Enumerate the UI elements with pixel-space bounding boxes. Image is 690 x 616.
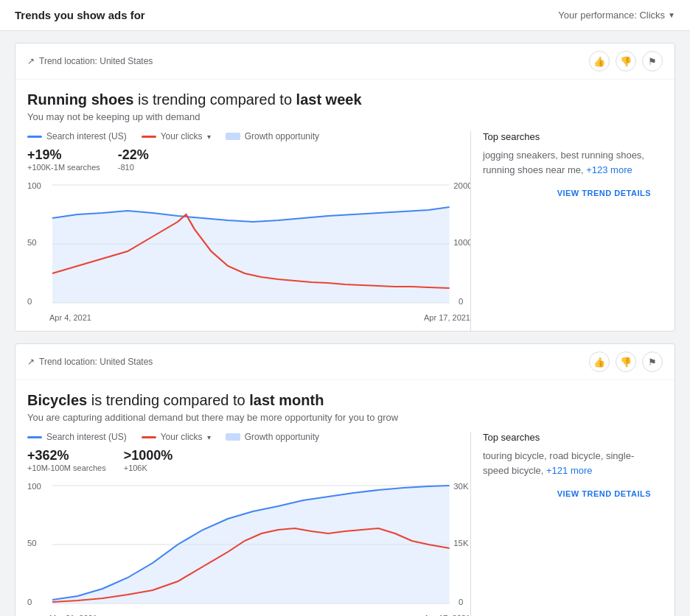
trend-subtitle-running-shoes: You may not be keeping up with demand [27,111,663,122]
performance-selector[interactable]: Your performance: Clicks ▼ [558,10,675,21]
thumbs-up-icon-2[interactable]: 👍 [589,351,610,372]
chart-legend-running-shoes: Search interest (US) Your clicks ▾ Growt… [27,131,470,141]
trend-title-running-shoes: Running shoes is trending compared to la… [27,91,663,108]
top-searches-text-1: jogging sneakers, best running shoes, ru… [483,148,651,177]
legend-clicks-label-2: Your clicks [161,432,203,442]
trend-connector-bicycles: is trending compared to [87,392,249,408]
trend-icon-2: ↗ [27,357,35,367]
metric-sub-search-1: +100K-1M searches [27,163,100,172]
location-text-running-shoes: Trend location: United States [39,56,153,66]
clicks-dropdown-arrow-1: ▾ [207,133,211,141]
metric-clicks-1: -22% -810 [118,147,149,172]
card-body-bicycles: Bicycles is trending compared to last mo… [15,380,675,616]
view-trend-link-1[interactable]: VIEW TREND DETAILS [483,177,651,197]
legend-growth-2: Growth opportunity [226,432,319,442]
y-right-min-2: 0 [459,598,463,606]
metric-value-search-1: +19% [27,147,100,163]
trend-location-bicycles: ↗ Trend location: United States [27,357,153,367]
y-left-max-2: 100 [27,483,41,491]
feedback-icons-running-shoes: 👍 👎 ⚑ [589,51,663,71]
trend-subtitle-bicycles: You are capturing additional demand but … [27,412,663,423]
legend-area-1 [226,133,240,140]
y-right-min-1: 0 [459,298,463,306]
location-text-bicycles: Trend location: United States [39,357,153,367]
metric-sub-clicks-2: +106K [124,463,173,472]
thumbs-down-icon-2[interactable]: 👎 [616,351,636,372]
legend-line-blue-2 [27,436,42,438]
flag-icon-2[interactable]: ⚑ [642,351,663,372]
legend-search-label-1: Search interest (US) [46,131,127,141]
chart-x-labels-bicycles: Mar 21, 2021 Apr 17, 2021 [27,611,470,616]
card-content-bicycles: Search interest (US) Your clicks ▾ Growt… [27,432,663,616]
page-header: Trends you show ads for Your performance… [0,0,690,31]
thumbs-up-icon[interactable]: 👍 [589,51,610,71]
legend-growth-label-1: Growth opportunity [245,131,319,141]
legend-growth-label-2: Growth opportunity [245,432,319,442]
chart-x-labels-running-shoes: Apr 4, 2021 Apr 17, 2021 [27,310,470,331]
y-left-mid-1: 50 [27,239,37,247]
clicks-dropdown-arrow-2: ▾ [207,433,211,441]
chart-section-running-shoes: Search interest (US) Your clicks ▾ Growt… [27,131,471,331]
card-header-bicycles: ↗ Trend location: United States 👍 👎 ⚑ [15,344,675,380]
view-trend-link-2[interactable]: VIEW TREND DETAILS [483,477,651,498]
chart-wrapper-bicycles: 100 50 0 30K 15K 0 [27,478,470,611]
x-end-label-1: Apr 17, 2021 [424,313,470,322]
y-left-min-1: 0 [27,298,32,306]
metric-sub-search-2: +10M-100M searches [27,463,106,472]
trend-keyword-running-shoes: Running shoes [27,91,133,108]
x-start-label-1: Apr 4, 2021 [49,313,91,322]
legend-line-red-2 [142,436,156,438]
trend-period-bicycles: last month [249,392,324,408]
chart-legend-bicycles: Search interest (US) Your clicks ▾ Growt… [27,432,470,442]
metric-sub-clicks-1: -810 [118,163,149,172]
legend-growth-1: Growth opportunity [226,131,319,141]
legend-search-interest-1: Search interest (US) [27,131,127,141]
top-searches-more-2[interactable]: +121 more [546,465,593,476]
legend-your-clicks-2[interactable]: Your clicks ▾ [142,432,211,442]
y-left-max-1: 100 [27,182,41,190]
trend-icon: ↗ [27,56,35,66]
chart-section-bicycles: Search interest (US) Your clicks ▾ Growt… [27,432,471,616]
metric-search-2: +362% +10M-100M searches [27,448,106,472]
trend-period-running-shoes: last week [296,91,362,108]
y-right-mid-1: 1000 [453,239,470,247]
flag-icon[interactable]: ⚑ [642,51,663,71]
top-searches-text-2: touring bicycle, road bicycle, single-sp… [483,449,651,477]
metrics-running-shoes: +19% +100K-1M searches -22% -810 [27,147,470,172]
metric-value-search-2: +362% [27,448,106,463]
y-left-mid-2: 50 [27,539,37,547]
trend-keyword-bicycles: Bicycles [27,392,87,408]
legend-search-interest-2: Search interest (US) [27,432,127,442]
top-searches-more-1[interactable]: +123 more [586,164,632,175]
thumbs-down-icon[interactable]: 👎 [616,51,636,71]
metric-value-clicks-1: -22% [118,147,149,163]
chart-wrapper-running-shoes: 100 50 0 2000 1000 0 [27,178,470,310]
y-left-min-2: 0 [27,598,32,606]
performance-dropdown-arrow: ▼ [668,11,675,19]
y-right-max-2: 30K [453,483,469,491]
trend-card-bicycles: ↗ Trend location: United States 👍 👎 ⚑ Bi… [15,343,675,616]
y-right-mid-2: 15K [453,539,469,547]
metric-search-1: +19% +100K-1M searches [27,147,100,172]
metric-clicks-2: >1000% +106K [124,448,173,472]
card-header-running-shoes: ↗ Trend location: United States 👍 👎 ⚑ [15,43,675,80]
trend-card-running-shoes: ↗ Trend location: United States 👍 👎 ⚑ Ru… [15,43,675,332]
top-searches-title-2: Top searches [483,432,651,443]
performance-label: Your performance: Clicks [558,10,665,21]
top-searches-bicycles: Top searches touring bicycle, road bicyc… [471,432,663,616]
metrics-bicycles: +362% +10M-100M searches >1000% +106K [27,448,470,472]
trend-title-bicycles: Bicycles is trending compared to last mo… [27,392,663,409]
chart-svg-bicycles: 100 50 0 30K 15K 0 [27,478,470,611]
card-content-running-shoes: Search interest (US) Your clicks ▾ Growt… [27,131,663,331]
legend-line-blue-1 [27,136,42,138]
legend-clicks-label-1: Your clicks [161,131,203,141]
legend-area-2 [226,433,240,441]
legend-your-clicks-1[interactable]: Your clicks ▾ [142,131,211,141]
legend-search-label-2: Search interest (US) [46,432,127,442]
top-searches-title-1: Top searches [483,131,651,142]
top-searches-running-shoes: Top searches jogging sneakers, best runn… [471,131,663,331]
feedback-icons-bicycles: 👍 👎 ⚑ [589,351,663,372]
trend-connector-running-shoes: is trending compared to [133,91,296,108]
card-body-running-shoes: Running shoes is trending compared to la… [15,80,675,331]
trend-location-running-shoes: ↗ Trend location: United States [27,56,153,66]
